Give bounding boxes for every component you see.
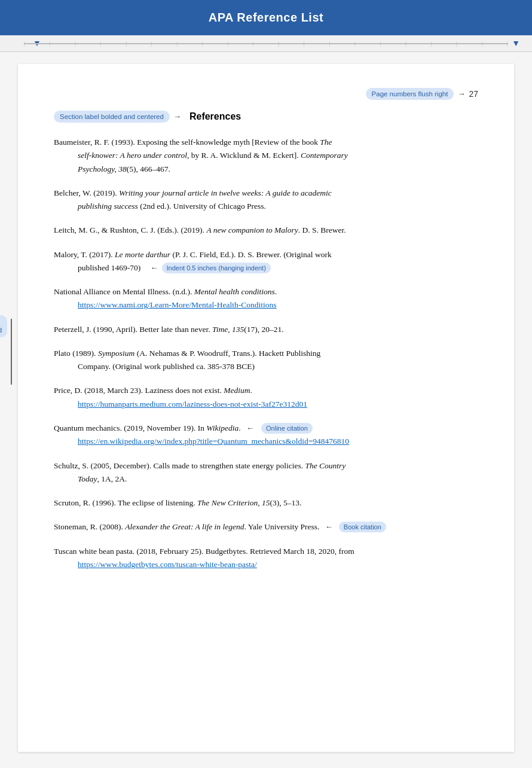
ref-entry-malory: Malory, T. (2017). Le morte darthur (P. … — [54, 248, 478, 275]
ref-plato-line2: Company. (Original work published ca. 38… — [78, 360, 478, 373]
double-spaced-annotation: References double-spaced — [0, 315, 12, 385]
ref-tuscan-url[interactable]: https://www.budgetbytes.com/tuscan-white… — [78, 560, 257, 569]
ruler: ▼ |||||||||||||||||||| ▼ — [0, 35, 532, 52]
ref-schultz-line1: Schultz, S. (2005, December). Calls made… — [54, 459, 478, 473]
online-citation-arrow: ← — [246, 422, 254, 434]
ref-baumeister-line1: Baumeister, R. F. (1993). Exposing the s… — [54, 136, 478, 149]
doc-page: ↑ Alphabetize by last name ↓ References … — [18, 64, 514, 752]
ref-national-line2: https://www.nami.org/Learn-More/Mental-H… — [78, 298, 478, 312]
ref-entry-leitch: Leitch, M. G., & Rushton, C. J. (Eds.). … — [54, 224, 478, 237]
ref-tuscan-line2: https://www.budgetbytes.com/tuscan-white… — [78, 558, 478, 571]
ref-entry-scruton: Scruton, R. (1996). The eclipse of liste… — [54, 496, 478, 510]
ref-stoneman-line1: Stoneman, R. (2008). Alexander the Great… — [54, 520, 478, 534]
ref-entry-tuscan: Tuscan white bean pasta. (2018, February… — [54, 545, 478, 572]
ref-malory-line1: Malory, T. (2017). Le morte darthur (P. … — [54, 248, 478, 261]
ref-entry-national-alliance: National Alliance on Mental Illness. (n.… — [54, 285, 478, 312]
online-citation-annotation: Online citation — [261, 423, 313, 434]
ref-entry-peterzell: Peterzell, J. (1990, April). Better late… — [54, 323, 478, 336]
references-list: Baumeister, R. F. (1993). Exposing the s… — [54, 136, 478, 571]
header: APA Reference List — [0, 0, 532, 35]
ref-leitch-line1: Leitch, M. G., & Rushton, C. J. (Eds.). … — [54, 224, 478, 237]
ref-national-url[interactable]: https://www.nami.org/Learn-More/Mental-H… — [78, 300, 277, 309]
ref-entry-schultz: Schultz, S. (2005, December). Calls made… — [54, 459, 478, 486]
page-numbers-annotation: Page numbers flush right — [366, 88, 454, 100]
ref-entry-quantum: Quantum mechanics. (2019, November 19). … — [54, 422, 478, 449]
book-citation-annotation: Book citation — [339, 522, 386, 532]
ref-scruton-line1: Scruton, R. (1996). The eclipse of liste… — [54, 496, 478, 510]
ref-entry-price: Price, D. (2018, March 23). Laziness doe… — [54, 384, 478, 411]
ref-quantum-line2: https://en.wikipedia.org/w/index.php?tit… — [78, 435, 478, 448]
page-wrapper: ↑ Alphabetize by last name ↓ References … — [0, 52, 532, 768]
ref-belcher-line2: publishing success (2nd ed.). University… — [78, 200, 478, 213]
ref-baumeister-line3: Psychology, 38(5), 466–467. — [78, 163, 478, 176]
ref-price-url[interactable]: https://humanparts.medium.com/laziness-d… — [78, 400, 307, 409]
page-number: 27 — [469, 89, 478, 99]
page-number-row: Page numbers flush right → 27 — [54, 88, 478, 100]
ref-price-line1: Price, D. (2018, March 23). Laziness doe… — [54, 384, 478, 397]
section-label-annotation: Section label bolded and centered — [54, 111, 170, 123]
header-title: APA Reference List — [209, 11, 323, 24]
book-citation-arrow: ← — [325, 520, 333, 533]
hanging-indent-arrow: ← — [151, 261, 158, 274]
references-heading: References — [189, 111, 241, 122]
ref-price-line2: https://humanparts.medium.com/laziness-d… — [78, 398, 478, 411]
ref-tuscan-line1: Tuscan white bean pasta. (2018, February… — [54, 545, 478, 558]
hanging-indent-annotation: Indent 0.5 inches (hanging indent) — [162, 263, 271, 273]
ref-peterzell-line1: Peterzell, J. (1990, April). Better late… — [54, 323, 478, 336]
ref-national-line1: National Alliance on Mental Illness. (n.… — [54, 285, 478, 298]
ruler-arrow-right: ▼ — [512, 39, 520, 48]
ref-entry-baumeister: Baumeister, R. F. (1993). Exposing the s… — [54, 136, 478, 176]
ref-quantum-line1: Quantum mechanics. (2019, November 19). … — [54, 422, 478, 435]
ref-belcher-line1: Belcher, W. (2019). Writing your journal… — [54, 187, 478, 200]
ref-entry-stoneman: Stoneman, R. (2008). Alexander the Great… — [54, 520, 478, 534]
ref-schultz-line2: Today, 1A, 2A. — [78, 473, 478, 486]
ref-baumeister-line2: self-knower: A hero under control, by R.… — [78, 149, 478, 162]
ref-entry-belcher: Belcher, W. (2019). Writing your journal… — [54, 187, 478, 214]
ref-plato-line1: Plato (1989). Symposium (A. Nehamas & P.… — [54, 347, 478, 360]
section-label-arrow: → — [173, 112, 181, 121]
arrow-right-icon: → — [457, 89, 465, 99]
references-heading-row: Section label bolded and centered → Refe… — [54, 111, 478, 123]
ref-quantum-url[interactable]: https://en.wikipedia.org/w/index.php?tit… — [78, 437, 349, 446]
ref-malory-line2: published 1469-70) ←Indent 0.5 inches (h… — [78, 261, 478, 275]
ref-entry-plato: Plato (1989). Symposium (A. Nehamas & P.… — [54, 347, 478, 374]
double-spaced-bubble: References double-spaced — [0, 315, 7, 337]
brace-line — [11, 319, 12, 385]
